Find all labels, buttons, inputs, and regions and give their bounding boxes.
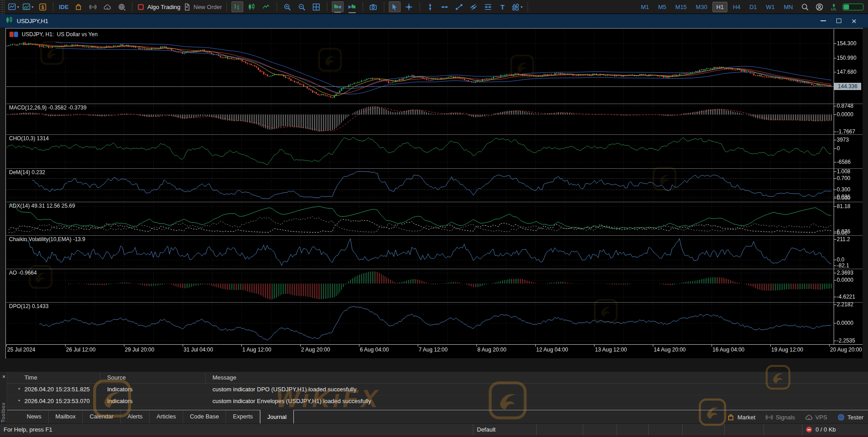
- indicator-label: AO -0.9664: [9, 270, 37, 276]
- shapes-button[interactable]: ▾: [511, 1, 523, 12]
- candlestick-chart-button[interactable]: [246, 1, 258, 12]
- timeframe-w1[interactable]: W1: [762, 2, 778, 12]
- cloud-icon: [104, 3, 111, 11]
- shift-end-button[interactable]: [332, 1, 344, 12]
- pane-separator[interactable]: [6, 235, 862, 237]
- time-axis-label: 14 Aug 20:00: [654, 347, 686, 353]
- signals-button[interactable]: [87, 1, 99, 12]
- chart-canvas[interactable]: [6, 29, 863, 358]
- price-axis-label: 150.990: [837, 55, 856, 61]
- toolbar-grip[interactable]: [0, 0, 5, 14]
- close-button[interactable]: ×: [846, 15, 862, 26]
- hline-icon: [441, 3, 448, 11]
- search-button[interactable]: [799, 1, 811, 12]
- tab-mailbox[interactable]: Mailbox: [49, 410, 83, 424]
- account-button[interactable]: [813, 1, 825, 12]
- algo-trading-button[interactable]: Algo Trading: [137, 1, 180, 12]
- timeframe-m15[interactable]: M15: [672, 2, 690, 12]
- timeframe-h1[interactable]: H1: [712, 2, 727, 12]
- maximize-button[interactable]: [831, 15, 846, 26]
- toolbar-separator: [363, 2, 363, 11]
- camera-icon: [369, 3, 377, 11]
- pane-separator[interactable]: [6, 268, 862, 270]
- toolbox-column-time[interactable]: Time: [24, 374, 37, 381]
- crosshair-icon: [405, 3, 413, 11]
- tab-news[interactable]: News: [20, 410, 49, 424]
- time-axis-label: 12 Aug 04:00: [536, 347, 568, 353]
- tab-experts[interactable]: Experts: [226, 410, 260, 424]
- status-profile[interactable]: Default: [473, 424, 537, 435]
- horizontal-line-button[interactable]: [439, 1, 451, 12]
- panel-tab-signals[interactable]: Signals: [765, 413, 795, 421]
- time-axis-label: 2 Aug 20:00: [301, 347, 330, 353]
- zoom-out-button[interactable]: [296, 1, 308, 12]
- tile-windows-button[interactable]: [311, 1, 322, 12]
- timeframe-mn[interactable]: MN: [780, 2, 797, 12]
- status-segment: [617, 424, 649, 435]
- vps-button[interactable]: [101, 1, 113, 12]
- screenshot-button[interactable]: [368, 1, 379, 12]
- time-axis-label: 20 Aug 20:00: [830, 347, 862, 353]
- timeframe-m5[interactable]: M5: [655, 2, 670, 12]
- timeframe-h4[interactable]: H4: [729, 2, 744, 12]
- market-button[interactable]: [72, 1, 84, 12]
- log-source: Indicators: [107, 398, 132, 404]
- line-chart-button[interactable]: [260, 1, 272, 12]
- cursor-button[interactable]: [389, 1, 401, 12]
- fibonacci-button[interactable]: [482, 1, 494, 12]
- toolbar-separator: [420, 2, 420, 11]
- candles-icon: [5, 16, 13, 24]
- trendline-button[interactable]: [453, 1, 465, 12]
- new-order-button[interactable]: New Order: [183, 1, 222, 12]
- pane-separator[interactable]: [6, 302, 862, 304]
- toolbox-column-source[interactable]: Source: [107, 374, 126, 381]
- tab-code-base[interactable]: Code Base: [183, 410, 226, 424]
- financial-button[interactable]: $: [37, 1, 48, 12]
- timeframe-m30[interactable]: M30: [692, 2, 711, 12]
- ide-button[interactable]: IDE: [58, 1, 70, 12]
- panel-tab-label: Tester: [848, 414, 863, 421]
- pane-separator[interactable]: [6, 134, 862, 136]
- crosshair-button[interactable]: [403, 1, 415, 12]
- panel-tab-market[interactable]: Market: [727, 413, 755, 421]
- pane-separator[interactable]: [6, 201, 862, 203]
- toolbox-column-message[interactable]: Message: [212, 374, 236, 381]
- zoom-in-button[interactable]: [282, 1, 293, 12]
- main-toolbar: ▾▾$IDEAlgo TradingNew OrderT▾M1M5M15M30H…: [0, 0, 868, 14]
- tile-icon: [312, 3, 320, 11]
- auto-scroll-button[interactable]: [346, 1, 358, 12]
- tab-alerts[interactable]: Alerts: [121, 410, 150, 424]
- channel-button[interactable]: [468, 1, 480, 12]
- chart-window-titlebar[interactable]: USDJPY,H1 ×: [0, 14, 868, 28]
- tab-calendar[interactable]: Calendar: [83, 410, 121, 424]
- tab-articles[interactable]: Articles: [150, 410, 183, 424]
- text-tool-button[interactable]: T: [497, 1, 509, 12]
- column-divider[interactable]: [100, 373, 100, 383]
- panel-shortcut-tabs: MarketSignalsVPSTester: [717, 410, 863, 424]
- pane-separator[interactable]: [6, 168, 862, 170]
- status-connection[interactable]: 0 / 0 Kb: [802, 424, 868, 435]
- tab-journal[interactable]: Journal: [260, 410, 294, 424]
- vertical-line-button[interactable]: [425, 1, 436, 12]
- vline-icon: [426, 3, 434, 11]
- chart-legend: USDJPY, H1: US Dollar vs Yen: [9, 31, 98, 38]
- timeframe-group: M1M5M15M30H1H4D1W1MNLVL: [637, 1, 868, 12]
- panel-tab-vps[interactable]: VPS: [805, 413, 827, 421]
- level-button[interactable]: LVL: [828, 1, 840, 12]
- panel-tab-tester[interactable]: Tester: [837, 413, 863, 421]
- minimize-button[interactable]: [816, 15, 831, 26]
- chip-icon: [837, 413, 845, 421]
- new-chart-button[interactable]: ▾: [8, 1, 19, 12]
- journal-row[interactable]: •2026.04.20 15:23:51.825Indicatorscustom…: [7, 384, 868, 395]
- status-segment: [583, 424, 617, 435]
- journal-row[interactable]: •2026.04.20 15:23:53.070Indicatorscustom…: [7, 395, 868, 407]
- column-divider[interactable]: [205, 373, 206, 383]
- new-order-button-label: New Order: [193, 4, 222, 10]
- timeframe-m1[interactable]: M1: [637, 2, 653, 12]
- bar-chart-button[interactable]: [231, 1, 243, 12]
- community-button[interactable]: [116, 1, 127, 12]
- pane-separator[interactable]: [6, 103, 862, 105]
- indicators-button[interactable]: ▾: [22, 1, 34, 12]
- toolbox-close-icon[interactable]: ×: [1, 374, 7, 380]
- timeframe-d1[interactable]: D1: [746, 2, 761, 12]
